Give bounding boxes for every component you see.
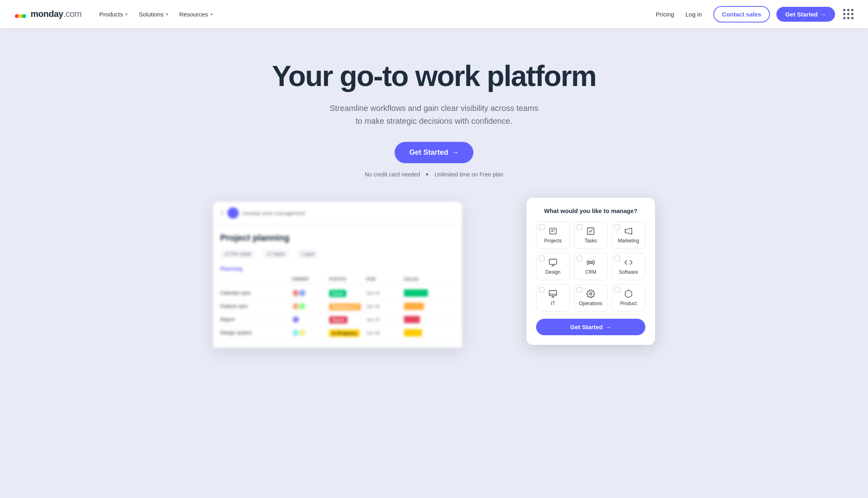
manage-label-tasks: Tasks (585, 238, 597, 244)
software-icon (624, 258, 633, 267)
hero-subtitle: Streamline workflows and gain clear visi… (272, 102, 596, 127)
table-row: Feature sync Working on it Jun 18 (220, 300, 455, 313)
svg-point-2 (18, 14, 23, 18)
hero-title: Your go-to work platform (272, 60, 596, 92)
nav-resources[interactable]: Resources ▾ (174, 8, 217, 21)
logo[interactable]: monday.com (13, 6, 82, 22)
manage-item-marketing[interactable]: Marketing (612, 221, 645, 249)
svg-marker-8 (625, 228, 632, 234)
manage-item-crm[interactable]: CRM (574, 253, 608, 280)
arrow-icon: → (820, 11, 826, 18)
manage-item-tasks[interactable]: Tasks (574, 221, 608, 249)
manage-item-projects[interactable]: Projects (536, 221, 570, 249)
hero-note: No credit card needed ✦ Unlimited time o… (272, 171, 596, 178)
manage-card: What would you like to manage? Projects (526, 198, 655, 345)
logo-text: monday.com (31, 9, 82, 19)
chevron-down-icon: ▾ (211, 12, 213, 16)
nav-right: Pricing Log in Contact sales Get Started… (656, 6, 855, 23)
hero-section: Your go-to work platform Streamline work… (0, 28, 868, 498)
checkbox-it[interactable] (539, 287, 545, 293)
svg-point-18 (590, 293, 592, 295)
tasks-icon (586, 227, 595, 236)
checkbox-software[interactable] (614, 256, 620, 261)
contact-sales-button[interactable]: Contact sales (713, 6, 770, 23)
manage-label-crm: CRM (585, 269, 596, 275)
marketing-icon (624, 227, 633, 236)
dashboard-preview: monday work management Project planning … (213, 202, 462, 348)
hero-bottom: monday work management Project planning … (213, 198, 655, 348)
design-icon (549, 258, 557, 267)
svg-point-3 (22, 14, 26, 18)
table-row: Report Stuck Jun 22 (220, 313, 455, 326)
checkbox-product[interactable] (614, 287, 620, 293)
svg-rect-10 (549, 259, 557, 264)
hero-getstarted-button[interactable]: Get Started → (395, 142, 473, 163)
nav-getstarted-button[interactable]: Get Started → (776, 7, 835, 22)
checkbox-tasks[interactable] (577, 224, 582, 230)
manage-card-title: What would you like to manage? (536, 207, 645, 214)
checkbox-crm[interactable] (577, 256, 582, 261)
nav-login[interactable]: Log in (681, 8, 707, 21)
chevron-down-icon: ▾ (125, 12, 127, 16)
nav-pricing[interactable]: Pricing (656, 11, 674, 18)
operations-icon (586, 289, 595, 298)
manage-item-it[interactable]: IT (536, 284, 570, 312)
manage-item-product[interactable]: Product (612, 284, 645, 312)
manage-label-software: Software (619, 269, 638, 275)
manage-item-software[interactable]: Software (612, 253, 645, 280)
nav-products[interactable]: Products ▾ (94, 8, 132, 21)
manage-label-projects: Projects (544, 238, 561, 244)
manage-label-product: Product (620, 301, 637, 306)
manage-label-design: Design (545, 269, 560, 275)
dashboard-stats: 12 Per week 17 tasks 1 goal (220, 250, 455, 258)
it-icon (549, 289, 557, 298)
table-row: Design system In Progress Jun 28 (220, 326, 455, 340)
dashboard-title: Project planning (220, 233, 455, 243)
nav-links: Products ▾ Solutions ▾ Resources ▾ (94, 8, 217, 21)
manage-grid: Projects Tasks (536, 221, 645, 312)
manage-label-marketing: Marketing (618, 238, 639, 244)
nav-solutions[interactable]: Solutions ▾ (134, 8, 173, 21)
checkbox-operations[interactable] (577, 287, 582, 293)
arrow-icon: → (605, 324, 611, 330)
projects-icon (549, 227, 557, 236)
manage-item-design[interactable]: Design (536, 253, 570, 280)
manage-getstarted-button[interactable]: Get Started → (536, 319, 645, 335)
chevron-down-icon: ▾ (166, 12, 168, 16)
svg-rect-14 (549, 291, 557, 296)
svg-rect-4 (550, 228, 557, 234)
apps-grid-icon[interactable] (841, 7, 855, 21)
svg-point-13 (590, 261, 592, 264)
svg-point-1 (15, 14, 19, 18)
manage-item-operations[interactable]: Operations (574, 284, 608, 312)
product-icon (624, 289, 633, 298)
manage-label-operations: Operations (579, 301, 603, 306)
arrow-icon: → (452, 148, 459, 157)
crm-icon (586, 258, 595, 267)
navigation: monday.com Products ▾ Solutions ▾ Resour… (0, 0, 868, 28)
checkbox-projects[interactable] (539, 224, 545, 230)
checkbox-design[interactable] (539, 256, 545, 261)
table-row: Calendar sync Done Jun 14 (220, 287, 455, 300)
hero-content: Your go-to work platform Streamline work… (272, 60, 596, 198)
manage-label-it: IT (551, 301, 555, 306)
dashboard-section: Planning (220, 266, 455, 272)
checkbox-marketing[interactable] (614, 224, 620, 230)
